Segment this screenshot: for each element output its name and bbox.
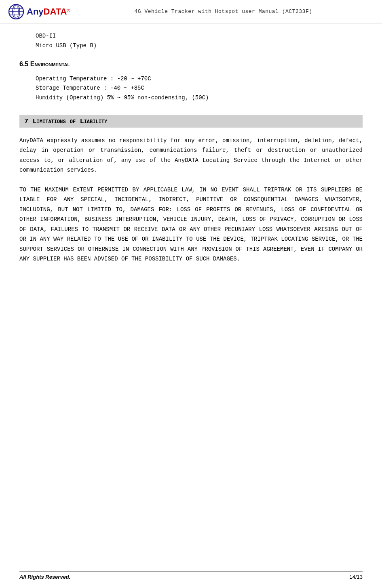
page-container: AnyDATA® 4G Vehicle Tracker with Hotspot… [0,0,382,588]
spec-line-usb: Micro USB (Type B) [36,41,363,51]
logo-globe-icon [8,4,24,20]
section-7-number: 7 [24,118,28,125]
logo-area: AnyDATA® [8,4,73,20]
spec-line-obd: OBD-II [36,32,363,41]
section-65-heading: 6.5 Environmental [19,61,363,68]
section-65-title: Environmental [30,61,70,67]
content-area: OBD-II Micro USB (Type B) 6.5 Environmen… [0,23,382,298]
section-65-number: 6.5 [19,61,28,67]
header-title: 4G Vehicle Tracker with Hotspot user Man… [73,8,374,15]
logo-text: AnyDATA® [27,6,70,17]
footer: All Rights Reserved. 14/13 [19,571,363,580]
section-7-para2: TO THE MAXIMUM EXTENT PERMITTED BY APPLI… [19,185,363,264]
section-7-heading: 7 Limitations of Liability [19,115,363,128]
spec-block: OBD-II Micro USB (Type B) [19,32,363,51]
env-spec-humidity: Humidity (Operating) 5% ~ 95% non-conden… [36,93,363,103]
logo-data: DATA [44,6,67,17]
env-spec-block: Operating Temperature : -20 ~ +70C Stora… [19,74,363,103]
footer-page-number: 14/13 [349,574,363,580]
section-7-para1: AnyDATA expressly assumes no responsibil… [19,136,363,175]
env-spec-temp-storage: Storage Temperature : -40 ~ +85C [36,84,363,93]
footer-rights: All Rights Reserved. [19,574,70,580]
logo-any: Any [27,6,44,17]
env-spec-temp-op: Operating Temperature : -20 ~ +70C [36,74,363,84]
section-7-title: Limitations of Liability [32,118,107,125]
header: AnyDATA® 4G Vehicle Tracker with Hotspot… [0,0,382,23]
logo-reg: ® [67,8,70,13]
